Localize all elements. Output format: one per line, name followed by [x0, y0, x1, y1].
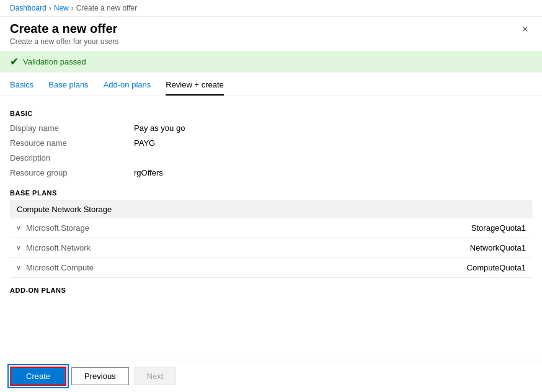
tab-base-plans[interactable]: Base plans: [48, 75, 88, 96]
basic-section-title: BASIC: [10, 110, 532, 117]
label-resource-name: Resource name: [10, 138, 134, 148]
main-content: BASIC Display name Pay as you go Resourc…: [0, 96, 542, 367]
chevron-down-icon: ∨: [16, 244, 21, 252]
close-button[interactable]: ×: [518, 22, 532, 37]
base-plans-header: Compute Network Storage: [10, 200, 532, 218]
value-display-name: Pay as you go: [134, 123, 185, 133]
chevron-down-icon: ∨: [16, 224, 21, 232]
breadcrumb: Dashboard › New › Create a new offer: [0, 0, 542, 17]
plan-name-network: Microsoft.Network: [26, 243, 470, 252]
tab-addon-plans[interactable]: Add-on plans: [104, 75, 151, 96]
tab-basics[interactable]: Basics: [10, 75, 33, 96]
field-description: Description: [10, 151, 532, 166]
validation-banner: ✔ Validation passed: [0, 51, 542, 73]
plan-row-storage: ∨ Microsoft.Storage StorageQuota1: [10, 218, 532, 238]
tab-review-create[interactable]: Review + create: [166, 75, 224, 96]
breadcrumb-dashboard[interactable]: Dashboard: [10, 4, 47, 12]
value-resource-name: PAYG: [134, 138, 155, 148]
field-resource-name: Resource name PAYG: [10, 136, 532, 151]
field-display-name: Display name Pay as you go: [10, 121, 532, 136]
create-button[interactable]: Create: [10, 367, 66, 386]
page-title: Create a new offer: [10, 22, 118, 36]
footer: Create Previous Next: [0, 360, 542, 392]
breadcrumb-new[interactable]: New: [54, 4, 69, 12]
plan-quota-compute: ComputeQuota1: [467, 263, 526, 272]
plan-name-storage: Microsoft.Storage: [26, 223, 471, 233]
plan-quota-storage: StorageQuota1: [471, 223, 526, 233]
page-subtitle: Create a new offer for your users: [10, 37, 118, 46]
next-button: Next: [134, 367, 177, 385]
field-resource-group: Resource group rgOffers: [10, 166, 532, 180]
plan-row-compute: ∨ Microsoft.Compute ComputeQuota1: [10, 258, 532, 278]
label-display-name: Display name: [10, 123, 134, 133]
label-resource-group: Resource group: [10, 168, 134, 177]
check-icon: ✔: [10, 56, 18, 68]
breadcrumb-current: Create a new offer: [76, 4, 138, 12]
value-resource-group: rgOffers: [134, 168, 163, 177]
base-plans-section-title: BASE PLANS: [10, 189, 532, 197]
previous-button[interactable]: Previous: [71, 367, 129, 385]
chevron-down-icon: ∨: [16, 264, 21, 272]
plan-name-compute: Microsoft.Compute: [26, 263, 467, 272]
addon-plans-section-title: ADD-ON PLANS: [10, 287, 532, 294]
page-header: Create a new offer Create a new offer fo…: [0, 17, 542, 48]
plan-row-network: ∨ Microsoft.Network NetworkQuota1: [10, 238, 532, 258]
validation-message: Validation passed: [23, 57, 86, 66]
label-description: Description: [10, 153, 134, 163]
plan-quota-network: NetworkQuota1: [470, 243, 526, 252]
tab-bar: Basics Base plans Add-on plans Review + …: [0, 75, 542, 96]
